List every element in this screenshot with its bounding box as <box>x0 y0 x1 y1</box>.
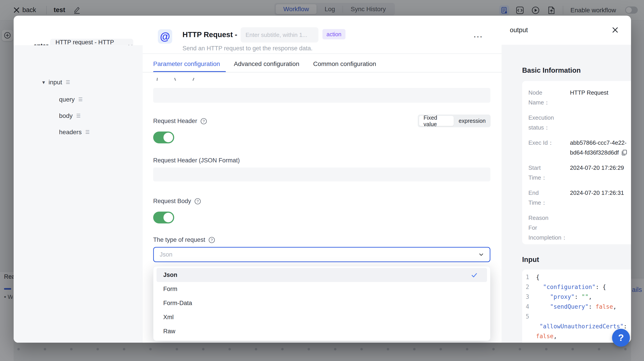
request-body-label: Request Body ? <box>153 198 201 205</box>
line-content: "method": "GET", <box>536 341 606 343</box>
line-number: 4 <box>526 302 536 312</box>
tree-node-label: query <box>59 96 75 103</box>
tab-common-configuration[interactable]: Common configuration <box>313 60 376 73</box>
copy-icon[interactable] <box>621 149 628 156</box>
subtitle-placeholder: Enter subtitle, within 1... <box>246 32 307 38</box>
code-line: "allowUnauthorizedCerts": <box>526 322 631 331</box>
info-value: HTTP Request <box>570 88 631 98</box>
line-content: false, <box>536 331 557 341</box>
help-button[interactable]: ? <box>612 329 630 347</box>
line-content: "sendQuery": false, <box>536 302 616 312</box>
request-type-dropdown: JsonFormForm-DataXmlRaw <box>153 266 490 341</box>
http-node-icon: @ <box>158 29 172 44</box>
info-label: Start Time： <box>528 163 567 182</box>
info-label: Exec Id： <box>528 138 567 148</box>
dropdown-option-json[interactable]: Json <box>156 268 487 282</box>
basic-information-heading: Basic Information <box>522 66 581 74</box>
more-menu-icon[interactable]: ··· <box>474 33 483 41</box>
info-row: Execution status： <box>528 113 631 132</box>
close-icon[interactable] <box>610 25 620 35</box>
info-row: End Time：2024-07-20 17:26:31 <box>528 188 631 208</box>
line-content: "proxy": "", <box>536 292 592 302</box>
clipped-text-fragment <box>192 78 194 81</box>
input-heading: Input <box>522 256 539 264</box>
action-badge: action <box>322 29 346 39</box>
dropdown-option-label: Xml <box>163 314 174 321</box>
dropdown-option-form-data[interactable]: Form-Data <box>156 296 487 310</box>
info-value: 2024-07-20 17:26:29 <box>570 163 631 173</box>
info-label: Reason For Incompletion： <box>528 213 567 242</box>
dropdown-option-label: Json <box>163 272 177 278</box>
tree-node-query[interactable]: query☰ <box>59 96 83 103</box>
tab-advanced-configuration[interactable]: Advanced configuration <box>234 60 300 73</box>
tree-node-input[interactable]: ▾ input ☰ <box>42 79 70 86</box>
code-line: 2 "configuration": { <box>526 282 631 292</box>
drag-handle-icon[interactable]: ☰ <box>78 96 83 102</box>
info-row: Start Time：2024-07-20 17:26:29 <box>528 163 631 182</box>
value-mode-expression[interactable]: expression <box>454 118 490 124</box>
check-icon <box>471 272 478 278</box>
node-description: Send an HTTP request to get the response… <box>182 45 312 52</box>
line-content: "allowUnauthorizedCerts": <box>536 322 627 331</box>
drag-handle-icon[interactable]: ☰ <box>76 113 81 119</box>
request-header-toggle[interactable] <box>153 132 174 143</box>
question-circle-icon: ? <box>194 198 201 205</box>
value-mode-fixed-value[interactable]: Fixed value <box>419 116 454 126</box>
line-number <box>526 322 536 331</box>
empty-field[interactable] <box>153 88 490 103</box>
output-panel-title: output <box>510 26 528 34</box>
dropdown-option-label: Form <box>163 286 177 292</box>
tree-node-label: headers <box>59 128 82 136</box>
basic-information-card: Node Name：HTTP RequestExecution status：E… <box>522 81 631 244</box>
info-row: Exec Id：abb57866-ccc7-4e22-bd64-fd36f328… <box>528 138 631 158</box>
json-header-label: Request Header (JSON Format) <box>153 157 240 164</box>
info-row: Reason For Incompletion： <box>528 213 631 242</box>
tree-node-body[interactable]: body☰ <box>59 112 80 120</box>
request-type-select[interactable]: Json <box>153 247 490 262</box>
output-panel-body: Basic Information Node Name：HTTP Request… <box>502 45 631 343</box>
question-circle-icon: ? <box>200 118 207 124</box>
svg-text:?: ? <box>202 119 204 124</box>
dropdown-option-label: Form-Data <box>163 300 192 307</box>
drag-handle-icon[interactable]: ☰ <box>85 129 90 135</box>
tree-node-headers[interactable]: headers☰ <box>59 128 90 136</box>
chevron-down-icon <box>478 252 484 258</box>
code-line: 5 <box>526 312 631 322</box>
line-number: 5 <box>526 312 536 322</box>
caret-down-icon[interactable]: ▾ <box>42 79 45 86</box>
request-type-label: The type of request ? <box>153 236 215 243</box>
divider <box>143 72 515 72</box>
code-line: 1{ <box>526 272 631 282</box>
request-header-label: Request Header ? <box>153 118 207 124</box>
line-number: 1 <box>526 272 536 282</box>
line-content: "configuration": { <box>536 282 606 292</box>
info-value: 2024-07-20 17:26:31 <box>570 188 631 198</box>
subtitle-input[interactable]: Enter subtitle, within 1... <box>240 27 318 42</box>
svg-text:?: ? <box>211 238 213 242</box>
json-header-textarea[interactable] <box>153 168 490 182</box>
question-circle-icon: ? <box>208 237 215 243</box>
info-label: End Time： <box>528 188 567 208</box>
line-number: 6 <box>526 341 536 343</box>
value-mode-switch: Fixed valueexpression <box>418 114 490 127</box>
info-value: abb57866-ccc7-4e22-bd64-fd36f328d6df <box>570 138 631 158</box>
clipped-text-fragment <box>156 78 158 81</box>
code-line: 3 "proxy": "", <box>526 292 631 302</box>
clipped-text-fragment <box>174 78 176 81</box>
line-content: { <box>536 272 540 282</box>
dropdown-option-label: Raw <box>163 328 175 335</box>
input-tree-panel: ▾ input ☰ query☰body☰headers☰ <box>14 45 143 343</box>
info-label: Node Name： <box>528 88 567 107</box>
line-number <box>526 331 536 341</box>
node-title: HTTP Request - <box>182 30 237 39</box>
dropdown-option-form[interactable]: Form <box>156 282 487 296</box>
line-number: 3 <box>526 292 536 302</box>
line-number: 2 <box>526 282 536 292</box>
request-body-toggle[interactable] <box>153 212 174 224</box>
drag-handle-icon[interactable]: ☰ <box>66 80 70 85</box>
node-config-modal: enter HTTP request - HTTP request ▾ inpu… <box>14 16 631 343</box>
app-root: back test WorkflowLogSync History Enable… <box>0 0 644 361</box>
dropdown-option-raw[interactable]: Raw <box>156 324 487 338</box>
dropdown-option-xml[interactable]: Xml <box>156 310 487 324</box>
svg-text:?: ? <box>196 199 198 204</box>
